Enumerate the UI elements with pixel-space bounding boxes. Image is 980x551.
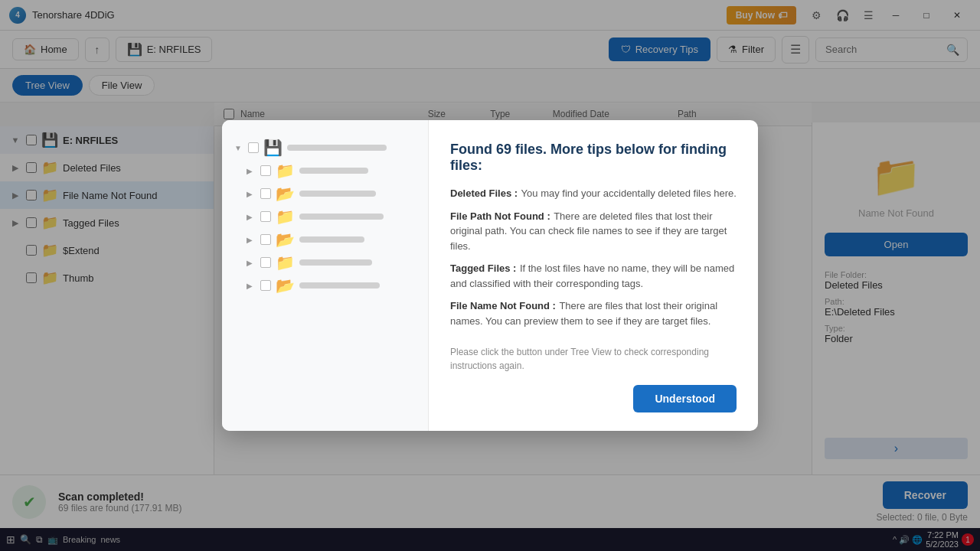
- row3-bar: [299, 214, 384, 220]
- modal-section-name-not-found: File Name Not Found : There are files th…: [450, 298, 737, 328]
- modal-section-tagged: Tagged Files : If the lost files have no…: [450, 261, 737, 291]
- row0-folder-icon: 💾: [263, 139, 283, 157]
- tagged-section-title: Tagged Files :: [450, 262, 516, 274]
- modal-dialog: ▼ 💾 ▶ 📁 ▶: [222, 120, 758, 431]
- row4-expand-icon: ▶: [247, 236, 256, 244]
- modal-content: Found 69 files. More tips below for find…: [429, 120, 758, 431]
- row4-folder-icon: 📂: [276, 230, 295, 249]
- row6-folder-icon: 📂: [276, 276, 295, 295]
- row2-checkbox[interactable]: [260, 188, 271, 199]
- modal-section-deleted: Deleted Files : You may find your accide…: [450, 186, 737, 201]
- row5-expand-icon: ▶: [247, 259, 256, 267]
- row2-expand-icon: ▶: [247, 190, 256, 198]
- row4-checkbox[interactable]: [260, 234, 271, 245]
- name-not-found-section-title: File Name Not Found :: [450, 300, 556, 311]
- row6-bar: [299, 282, 380, 289]
- row3-checkbox[interactable]: [260, 211, 271, 222]
- row6-expand-icon: ▶: [247, 282, 256, 290]
- row5-bar: [299, 259, 372, 266]
- row5-checkbox[interactable]: [260, 257, 271, 268]
- row4-bar: [299, 236, 364, 243]
- row3-folder-icon: 📁: [276, 207, 295, 226]
- modal-illustration-panel: ▼ 💾 ▶ 📁 ▶: [222, 120, 429, 431]
- row0-bar: [287, 145, 387, 151]
- deleted-files-section-body: You may find your accidentally deleted f…: [521, 187, 737, 199]
- modal-title: Found 69 files. More tips below for find…: [450, 142, 737, 174]
- modal-row-3: ▶ 📁: [247, 207, 384, 226]
- row6-checkbox[interactable]: [260, 280, 271, 291]
- modal-row-5: ▶ 📁: [247, 253, 372, 272]
- modal-row-4: ▶ 📂: [247, 230, 364, 249]
- modal-row-2: ▶ 📂: [247, 184, 376, 203]
- modal-overlay: ▼ 💾 ▶ 📁 ▶: [0, 0, 980, 551]
- row3-expand-icon: ▶: [247, 213, 256, 221]
- modal-note: Please click the button under Tree View …: [450, 345, 737, 373]
- understood-button[interactable]: Understood: [633, 385, 737, 412]
- row1-folder-icon: 📁: [276, 161, 295, 180]
- row1-bar: [299, 168, 368, 174]
- deleted-files-section-title: Deleted Files :: [450, 187, 518, 199]
- modal-row-1: ▶ 📁: [247, 161, 368, 180]
- path-not-found-section-title: File Path Not Found :: [450, 210, 550, 222]
- row0-expand-icon: ▼: [234, 144, 243, 152]
- row1-checkbox[interactable]: [260, 165, 271, 176]
- row1-expand-icon: ▶: [247, 167, 256, 175]
- modal-row-0: ▼ 💾: [234, 139, 387, 157]
- modal-section-path-not-found: File Path Not Found : There are deleted …: [450, 209, 737, 254]
- row2-bar: [299, 191, 376, 197]
- row5-folder-icon: 📁: [276, 253, 295, 272]
- modal-row-6: ▶ 📂: [247, 276, 380, 295]
- row0-checkbox[interactable]: [248, 142, 259, 153]
- modal-illustration: ▼ 💾 ▶ 📁 ▶: [234, 139, 416, 295]
- modal-footer: Understood: [450, 373, 737, 412]
- row2-folder-icon: 📂: [276, 184, 295, 203]
